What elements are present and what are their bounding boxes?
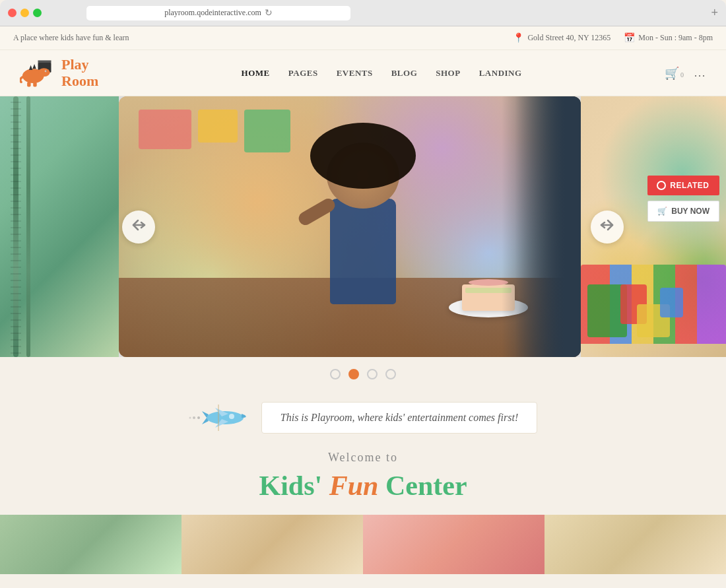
slide-dot-2[interactable] [348, 369, 359, 379]
nav-icons: 🛒0 ... [665, 66, 706, 81]
title-kids: Kids' [259, 471, 322, 501]
logo-area[interactable]: Play Room [20, 57, 98, 90]
svg-point-3 [38, 68, 50, 77]
svg-point-11 [229, 414, 234, 419]
location-icon: 📍 [513, 32, 524, 44]
svg-point-12 [197, 416, 200, 419]
title-center: Center [385, 471, 467, 501]
traffic-lights [8, 9, 42, 17]
plane-decoration [189, 398, 248, 438]
slider-prev-button[interactable] [122, 211, 155, 244]
hero-slider: Related 🛒 Buy Now [0, 96, 726, 357]
related-circle-icon [657, 181, 666, 190]
nav-landing[interactable]: LANDING [479, 68, 522, 79]
slide-dot-1[interactable] [330, 369, 341, 379]
nav-events[interactable]: EVENTS [337, 68, 373, 79]
logo-icon [20, 57, 56, 90]
browser-chrome: playroom.qodeinteractive.com ↻ + [0, 0, 726, 26]
browser-right: + [711, 6, 718, 20]
slider-next-button[interactable] [591, 211, 624, 244]
address-text: Gold Street 40, NY 12365 [527, 33, 610, 43]
preview-image-2[interactable] [182, 515, 363, 574]
svg-marker-9 [32, 63, 36, 68]
new-tab-button[interactable]: + [711, 6, 718, 20]
svg-rect-7 [33, 82, 36, 86]
nav-pages[interactable]: PAGES [288, 68, 318, 79]
site-tagline: A place where kids have fun & learn [13, 33, 129, 43]
nav-blog[interactable]: BLOG [391, 68, 418, 79]
nav-links: HOME PAGES EVENTS BLOG SHOP LANDING [242, 68, 522, 79]
preview-image-4[interactable] [544, 515, 726, 574]
svg-point-13 [193, 416, 195, 419]
slide-left-peek [0, 96, 119, 357]
navbar: Play Room HOME PAGES EVENTS BLOG SHOP LA… [0, 50, 726, 96]
main-slide-bg [119, 96, 581, 357]
buy-label: Buy Now [671, 207, 710, 216]
preview-image-3[interactable] [363, 515, 544, 574]
rope-decoration [13, 96, 18, 357]
svg-marker-8 [29, 65, 32, 69]
close-button[interactable] [8, 9, 16, 17]
slide-left-bg [0, 96, 119, 357]
logo-room: Room [61, 73, 98, 89]
next-arrow-icon [600, 219, 614, 234]
bottom-previews [0, 515, 726, 574]
related-button[interactable]: Related [647, 176, 719, 195]
buy-now-button[interactable]: 🛒 Buy Now [647, 201, 719, 222]
related-label: Related [670, 181, 709, 190]
cart-count: 0 [680, 71, 684, 79]
svg-point-5 [46, 71, 46, 71]
address-item: 📍 Gold Street 40, NY 12365 [513, 32, 610, 44]
prev-arrow-icon [131, 219, 146, 234]
slide-main [119, 96, 581, 357]
preview-image-1[interactable] [0, 515, 182, 574]
welcome-title: Kids' Fun Center [0, 470, 726, 502]
logo-play: Play [61, 57, 98, 73]
hours-text: Mon - Sun : 9am - 8pm [638, 33, 713, 43]
page-wrapper: A place where kids have fun & learn 📍 Go… [0, 26, 726, 588]
cart-icon[interactable]: 🛒0 [665, 66, 684, 81]
welcome-section: This is Playroom, where kids' entertainm… [0, 391, 726, 515]
minimize-button[interactable] [20, 9, 29, 17]
svg-rect-6 [27, 82, 30, 86]
slide-dot-3[interactable] [367, 369, 378, 379]
nav-shop[interactable]: SHOP [436, 68, 460, 79]
slide-overlay-buttons: Related 🛒 Buy Now [647, 176, 719, 222]
title-fun: Fun [329, 471, 379, 501]
maximize-button[interactable] [33, 9, 42, 17]
url-text: playroom.qodeinteractive.com [164, 8, 261, 18]
svg-marker-1 [38, 60, 51, 63]
reload-icon[interactable]: ↻ [265, 7, 273, 18]
logo-text: Play Room [61, 57, 98, 88]
cart-small-icon: 🛒 [657, 207, 667, 216]
address-bar[interactable]: playroom.qodeinteractive.com ↻ [86, 6, 350, 20]
top-bar-right: 📍 Gold Street 40, NY 12365 📅 Mon - Sun :… [513, 32, 713, 44]
svg-point-14 [189, 417, 191, 419]
top-bar: A place where kids have fun & learn 📍 Go… [0, 26, 726, 50]
tagline-box: This is Playroom, where kids' entertainm… [189, 398, 537, 438]
welcome-label: Welcome to [0, 451, 726, 465]
more-icon[interactable]: ... [694, 67, 706, 79]
slider-dots [0, 357, 726, 391]
slide-dot-4[interactable] [385, 369, 396, 379]
tagline-text: This is Playroom, where kids' entertainm… [261, 402, 537, 434]
nav-home[interactable]: HOME [242, 68, 270, 79]
calendar-icon: 📅 [624, 32, 635, 44]
hours-item: 📅 Mon - Sun : 9am - 8pm [624, 32, 713, 44]
